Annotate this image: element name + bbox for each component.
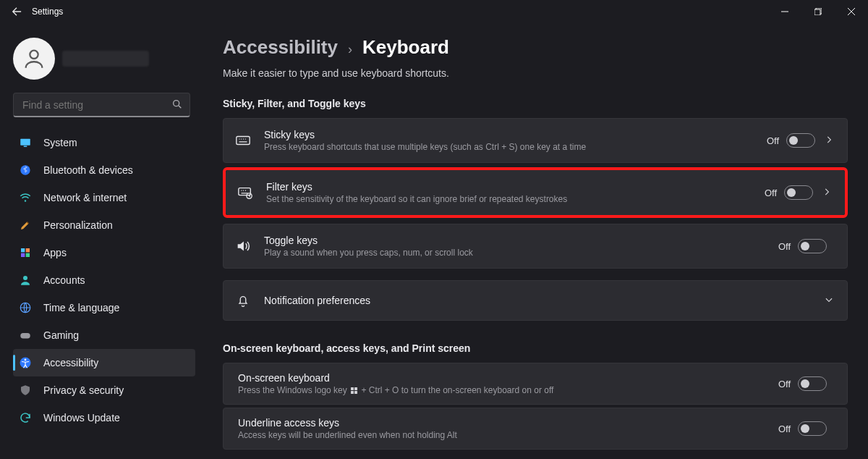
toggle-sticky-keys[interactable]	[786, 133, 815, 148]
settings-window: Settings System	[0, 0, 868, 459]
section-title-1: Sticky, Filter, and Toggle keys	[223, 98, 848, 109]
svg-point-3	[174, 101, 179, 106]
toggle-state: Off	[778, 379, 791, 389]
setting-sticky-keys[interactable]: Sticky keys Press keyboard shortcuts tha…	[223, 118, 848, 163]
svg-rect-5	[24, 146, 27, 148]
close-button[interactable]	[835, 0, 868, 23]
toggle-underline-access-keys[interactable]	[798, 421, 827, 436]
accounts-icon	[19, 274, 32, 287]
chevron-down-icon[interactable]	[824, 295, 835, 306]
setting-sub: Access keys will be underlined even when…	[238, 430, 778, 440]
main-content: Accessibility › Keyboard Make it easier …	[203, 23, 868, 459]
setting-title: Toggle keys	[264, 235, 778, 246]
nav-label: Privacy & security	[43, 384, 124, 396]
maximize-button[interactable]	[801, 0, 835, 23]
chevron-right-icon[interactable]	[822, 187, 833, 198]
setting-title: Sticky keys	[264, 129, 767, 140]
accessibility-icon	[19, 356, 32, 369]
nav-label: Bluetooth & devices	[43, 164, 133, 176]
nav-gaming[interactable]: Gaming	[13, 321, 195, 349]
nav-privacy[interactable]: Privacy & security	[13, 376, 195, 404]
bluetooth-icon	[19, 164, 32, 177]
profile-block[interactable]	[13, 38, 195, 80]
setting-title: On-screen keyboard	[238, 372, 778, 384]
svg-rect-9	[26, 248, 30, 252]
search-box[interactable]	[13, 93, 190, 117]
nav-label: Apps	[43, 247, 67, 258]
search-icon	[171, 98, 183, 113]
brush-icon	[19, 219, 32, 232]
nav-accessibility[interactable]: Accessibility	[13, 349, 195, 376]
svg-rect-18	[239, 188, 251, 195]
svg-point-7	[25, 200, 26, 201]
keyboard-icon	[235, 132, 251, 148]
chevron-right-icon: ›	[348, 42, 352, 57]
sound-icon	[235, 238, 251, 254]
wifi-icon	[19, 191, 32, 204]
nav-label: Personalization	[43, 219, 113, 231]
setting-onscreen-keyboard[interactable]: On-screen keyboard Press the Windows log…	[223, 363, 848, 405]
gaming-icon	[19, 329, 32, 342]
toggle-toggle-keys[interactable]	[798, 239, 827, 253]
toggle-state: Off	[778, 241, 791, 252]
toggle-state: Off	[765, 188, 777, 198]
nav-label: Accounts	[43, 274, 85, 286]
apps-icon	[19, 246, 32, 259]
update-icon	[19, 411, 32, 424]
windows-logo-icon	[351, 387, 357, 394]
setting-filter-keys[interactable]: Filter keys Set the sensitivity of the k…	[226, 170, 845, 215]
nav-time-language[interactable]: Time & language	[13, 294, 195, 321]
setting-title: Underline access keys	[238, 417, 778, 429]
account-name-redacted	[62, 51, 149, 67]
chevron-right-icon[interactable]	[824, 135, 835, 146]
minimize-button[interactable]	[768, 0, 801, 23]
setting-sub: Play a sound when you press caps, num, o…	[264, 248, 778, 258]
nav-windows-update[interactable]: Windows Update	[13, 404, 195, 431]
globe-icon	[19, 301, 32, 314]
sidebar: System Bluetooth & devices Network & int…	[0, 23, 203, 459]
toggle-filter-keys[interactable]	[784, 185, 813, 200]
svg-rect-17	[237, 137, 250, 145]
setting-sub: Press the Windows logo key + Ctrl + O to…	[238, 385, 778, 395]
toggle-state: Off	[778, 424, 791, 434]
nav-label: Gaming	[43, 329, 79, 341]
setting-sub: Press keyboard shortcuts that use multip…	[264, 142, 767, 152]
shield-icon	[19, 384, 32, 397]
back-button[interactable]	[12, 7, 22, 17]
nav-network[interactable]: Network & internet	[13, 184, 195, 211]
section-title-2: On-screen keyboard, access keys, and Pri…	[223, 342, 848, 354]
keyboard-clock-icon	[237, 185, 253, 201]
search-input[interactable]	[13, 93, 190, 117]
nav-apps[interactable]: Apps	[13, 239, 195, 266]
nav-label: Time & language	[43, 302, 119, 313]
svg-point-12	[23, 276, 27, 280]
setting-notification-preferences[interactable]: Notification preferences	[223, 280, 848, 321]
svg-rect-8	[21, 248, 25, 252]
toggle-state: Off	[767, 135, 779, 146]
svg-rect-11	[26, 253, 30, 257]
svg-rect-14	[20, 333, 30, 339]
svg-point-2	[30, 51, 38, 59]
avatar	[13, 38, 55, 80]
system-icon	[19, 136, 32, 149]
nav-system[interactable]: System	[13, 129, 195, 156]
annotation-highlight: Filter keys Set the sensitivity of the k…	[223, 167, 848, 218]
svg-point-16	[25, 359, 27, 361]
setting-sub: Set the sensitivity of the keyboard so i…	[266, 194, 765, 204]
nav-label: Windows Update	[43, 412, 120, 424]
nav-accounts[interactable]: Accounts	[13, 266, 195, 294]
setting-toggle-keys[interactable]: Toggle keys Play a sound when you press …	[223, 224, 848, 269]
breadcrumb-parent[interactable]: Accessibility	[223, 36, 338, 59]
breadcrumb-current: Keyboard	[362, 36, 449, 59]
window-title: Settings	[32, 7, 63, 17]
nav-bluetooth[interactable]: Bluetooth & devices	[13, 156, 195, 184]
setting-title: Notification preferences	[264, 295, 824, 306]
page-description: Make it easier to type and use keyboard …	[223, 67, 848, 79]
breadcrumb: Accessibility › Keyboard	[223, 36, 848, 59]
setting-underline-access-keys[interactable]: Underline access keys Access keys will b…	[223, 408, 848, 450]
nav-personalization[interactable]: Personalization	[13, 211, 195, 239]
toggle-onscreen-keyboard[interactable]	[798, 376, 827, 391]
nav-label: System	[43, 137, 77, 148]
bell-icon	[235, 292, 251, 308]
svg-rect-10	[21, 253, 25, 257]
